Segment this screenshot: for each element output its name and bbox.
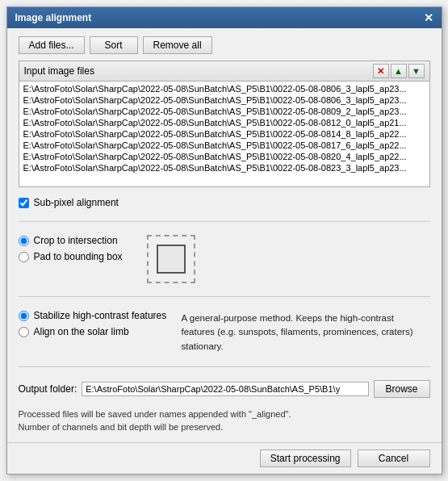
- crop-options-row: Crop to intersection Pad to bounding box: [19, 232, 430, 287]
- file-list-container: Input image files ✕ ▲ ▼ E:\AstroFoto\Sol…: [19, 61, 430, 187]
- list-item[interactable]: E:\AstroFoto\Solar\SharpCap\2022-05-08\S…: [21, 140, 428, 151]
- list-item[interactable]: E:\AstroFoto\Solar\SharpCap\2022-05-08\S…: [21, 162, 428, 174]
- crop-intersection-radio[interactable]: [19, 236, 29, 246]
- method-row: Stabilize high-contrast features Align o…: [19, 307, 430, 357]
- move-down-icon[interactable]: ▼: [408, 64, 425, 78]
- output-folder-input[interactable]: [82, 382, 368, 396]
- solar-limb-label[interactable]: Align on the solar limb: [19, 326, 172, 337]
- crop-icon-preview: [147, 235, 195, 283]
- list-item[interactable]: E:\AstroFoto\Solar\SharpCap\2022-05-08\S…: [21, 151, 428, 162]
- cancel-button[interactable]: Cancel: [358, 450, 430, 467]
- info-line-1: Processed files will be saved under name…: [19, 408, 430, 421]
- delete-files-icon[interactable]: ✕: [373, 64, 389, 78]
- sub-pixel-label[interactable]: Sub-pixel alignment: [34, 197, 119, 208]
- list-item[interactable]: E:\AstroFoto\Solar\SharpCap\2022-05-08\S…: [21, 106, 428, 117]
- pad-bounding-text: Pad to bounding box: [34, 251, 123, 262]
- pad-bounding-radio[interactable]: [19, 252, 29, 262]
- toolbar: Add files... Sort Remove all: [19, 36, 430, 54]
- dialog-image-alignment: Image alignment ✕ Add files... Sort Remo…: [6, 6, 442, 475]
- file-list-icons: ✕ ▲ ▼: [373, 64, 425, 78]
- divider-3: [19, 366, 430, 367]
- file-list[interactable]: E:\AstroFoto\Solar\SharpCap\2022-05-08\S…: [19, 82, 429, 186]
- start-processing-button[interactable]: Start processing: [260, 450, 351, 467]
- sub-pixel-row: Sub-pixel alignment: [19, 194, 430, 211]
- add-files-button[interactable]: Add files...: [19, 36, 85, 54]
- pad-bounding-label[interactable]: Pad to bounding box: [19, 251, 123, 262]
- dialog-content: Add files... Sort Remove all Input image…: [7, 28, 442, 442]
- list-item[interactable]: E:\AstroFoto\Solar\SharpCap\2022-05-08\S…: [21, 83, 428, 94]
- crop-inner-box: [157, 245, 186, 274]
- sub-pixel-checkbox[interactable]: [19, 198, 29, 208]
- divider-2: [19, 296, 430, 297]
- stabilize-text: Stabilize high-contrast features: [34, 310, 167, 321]
- move-up-icon[interactable]: ▲: [391, 64, 407, 78]
- crop-intersection-text: Crop to intersection: [34, 235, 118, 246]
- title-bar: Image alignment ✕: [7, 7, 442, 28]
- file-list-header: Input image files ✕ ▲ ▼: [19, 61, 429, 82]
- solar-limb-radio[interactable]: [19, 327, 29, 337]
- list-item[interactable]: E:\AstroFoto\Solar\SharpCap\2022-05-08\S…: [21, 117, 428, 128]
- info-line-2: Number of channels and bit depth will be…: [19, 420, 430, 434]
- solar-limb-text: Align on the solar limb: [34, 326, 129, 337]
- dialog-title: Image alignment: [15, 12, 92, 23]
- method-radio-group: Stabilize high-contrast features Align o…: [19, 310, 172, 337]
- dialog-footer: Start processing Cancel: [7, 442, 442, 474]
- output-label: Output folder:: [19, 383, 77, 395]
- list-item[interactable]: E:\AstroFoto\Solar\SharpCap\2022-05-08\S…: [21, 94, 428, 106]
- close-button[interactable]: ✕: [424, 12, 433, 23]
- method-description: A general-purpose method. Keeps the high…: [182, 310, 430, 353]
- info-block: Processed files will be saved under name…: [19, 408, 430, 434]
- crop-radio-group: Crop to intersection Pad to bounding box: [19, 235, 123, 262]
- divider-1: [19, 221, 430, 222]
- sort-button[interactable]: Sort: [90, 36, 138, 54]
- browse-button[interactable]: Browse: [374, 380, 430, 398]
- list-item[interactable]: E:\AstroFoto\Solar\SharpCap\2022-05-08\S…: [21, 128, 428, 140]
- output-folder-row: Output folder: Browse: [19, 377, 430, 401]
- stabilize-radio[interactable]: [19, 311, 29, 321]
- stabilize-label[interactable]: Stabilize high-contrast features: [19, 310, 172, 321]
- file-list-label: Input image files: [24, 65, 94, 77]
- crop-intersection-label[interactable]: Crop to intersection: [19, 235, 123, 246]
- remove-all-button[interactable]: Remove all: [143, 36, 212, 54]
